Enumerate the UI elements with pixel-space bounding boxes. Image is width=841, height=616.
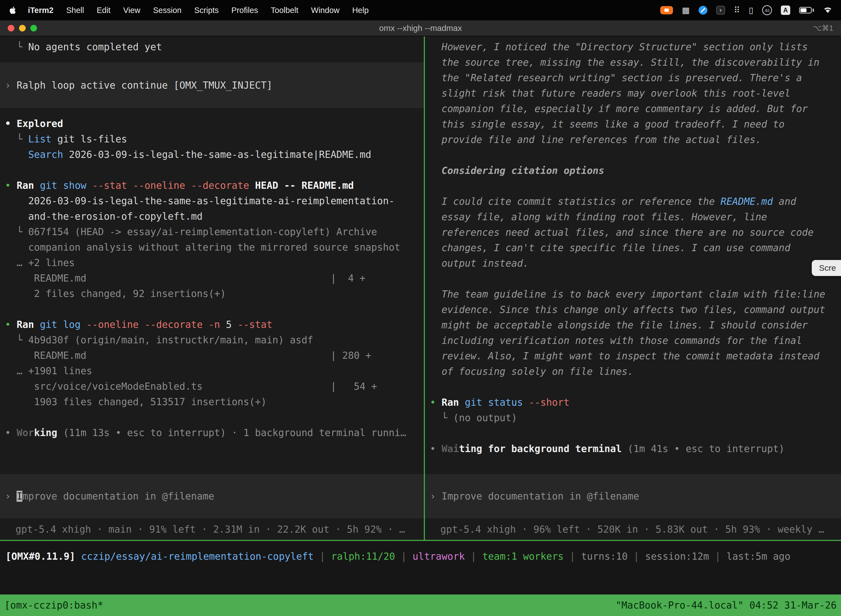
separator: | <box>465 551 482 562</box>
git-command: git show <box>40 180 92 191</box>
menu-help[interactable]: Help <box>346 6 375 15</box>
last-activity: last:5m ago <box>727 551 791 562</box>
screen-overlay-tooltip: Scre <box>812 260 841 276</box>
command-flags: --oneline --decorate -n <box>86 319 226 330</box>
reasoning-line: of focusing solely on file lines. <box>425 364 841 379</box>
command-flags: --stat <box>237 319 273 330</box>
menubar-status-icons: ▦ › ⠿ ▯ .61 A <box>660 5 833 15</box>
reasoning-line: The team guideline is to back every impo… <box>425 286 841 302</box>
turns-count: turns:10 <box>581 551 628 562</box>
right-terminal-pane[interactable]: However, I noticed the "Directory Struct… <box>425 37 841 540</box>
agents-completed-text: No agents completed yet <box>28 41 162 53</box>
separator: | <box>628 551 645 562</box>
output-line: companion analysis without altering the … <box>0 239 424 255</box>
session-duration: session:12m <box>645 551 709 562</box>
waiting-status-line: • Waiting for background terminal (1m 41… <box>425 441 841 456</box>
agents-completed-line: └ No agents completed yet <box>0 39 424 55</box>
reasoning-line: slight risk that future readers may over… <box>425 85 841 101</box>
menu-shell[interactable]: Shell <box>60 6 91 15</box>
output-truncated-line: … +1901 lines <box>0 363 424 378</box>
ran-label: Ran <box>16 319 40 330</box>
waiting-label-lit: ting for background terminal <box>459 443 622 454</box>
ran-label: Ran <box>16 180 40 191</box>
stat-summary-line: 1903 files changed, 513517 insertions(+) <box>0 394 424 409</box>
bullet-icon: • <box>430 443 441 454</box>
window-titlebar: omx --xhigh --madmax ⌥⌘1 <box>0 21 841 37</box>
readme-link[interactable]: README.md <box>721 196 773 207</box>
command-input-line: › Improve documentation in @filename <box>0 488 214 504</box>
bullet-icon: • <box>5 427 16 438</box>
ralph-loop-banner-text: Ralph loop active continue [OMX_TMUX_INJ… <box>16 80 273 91</box>
indent <box>5 149 28 160</box>
command-line-git-status: • Ran git status --short <box>425 395 841 410</box>
iphone-mirroring-icon[interactable]: ▯ <box>749 6 753 14</box>
tmux-status-bar: [omx-cczip0:bash* "MacBook-Pro-44.local"… <box>0 594 841 616</box>
minimize-button[interactable] <box>19 25 26 31</box>
text-cursor: I <box>16 491 22 502</box>
window-controls <box>8 25 37 31</box>
working-detail: (11m 13s • esc to interrupt) · 1 backgro… <box>57 427 406 438</box>
bullet-icon: • <box>5 118 16 129</box>
list-target: git ls-files <box>51 133 127 145</box>
output-line: and-the-erosion-of-copyleft.md <box>0 209 424 224</box>
menu-iterm2[interactable]: iTerm2 <box>22 6 60 15</box>
menu-window[interactable]: Window <box>305 6 346 15</box>
menu-scripts[interactable]: Scripts <box>188 6 225 15</box>
model-status-line: gpt-5.4 xhigh · main · 91% left · 2.31M … <box>0 521 424 538</box>
screen-recording-indicator[interactable] <box>660 6 673 14</box>
output-line: └ 067f154 (HEAD -> essay/ai-reimplementa… <box>0 224 424 239</box>
bullet-icon: • <box>5 319 16 330</box>
app-grid-icon[interactable]: ⠿ <box>734 6 740 14</box>
bullet-icon: • <box>5 180 16 191</box>
left-terminal-pane[interactable]: └ No agents completed yet › Ralph loop a… <box>0 37 424 540</box>
prompt-chevron-icon: › <box>430 491 441 502</box>
menu-edit[interactable]: Edit <box>90 6 117 15</box>
git-command: git status <box>464 397 529 408</box>
waiting-label-dim: Wai <box>441 443 459 454</box>
output-line: └ 4b9d30f (origin/main, instructkr/main,… <box>0 332 424 348</box>
wifi-icon[interactable] <box>823 6 833 15</box>
reasoning-line: However, I noticed the "Directory Struct… <box>425 39 841 55</box>
keyboard-icon[interactable]: ▦ <box>682 6 690 14</box>
battery-percent-badge[interactable]: .61 <box>762 5 772 15</box>
tmux-host-clock: "MacBook-Pro-44.local" 04:52 31-Mar-26 <box>615 600 837 611</box>
menu-view[interactable]: View <box>117 6 147 15</box>
safari-icon[interactable] <box>699 6 708 15</box>
reasoning-line: this single essay, it seems like a good … <box>425 116 841 132</box>
menu-toolbelt[interactable]: Toolbelt <box>264 6 305 15</box>
terminal-app-icon[interactable]: › <box>716 6 725 15</box>
command-line-git-log: • Ran git log --oneline --decorate -n 5 … <box>0 317 424 332</box>
stat-line: README.md | 280 + <box>0 348 424 363</box>
reasoning-line: references need actual files, and since … <box>425 224 841 240</box>
reasoning-line: changes, I can't cite specific file line… <box>425 240 841 255</box>
output-truncated-line: … +2 lines <box>0 255 424 270</box>
search-verb: Search <box>28 149 63 160</box>
list-verb: List <box>28 133 51 145</box>
input-source-icon[interactable]: A <box>781 6 790 15</box>
zoom-button[interactable] <box>30 25 37 31</box>
ran-label: Ran <box>441 397 464 408</box>
reasoning-line: I could cite commit statistics or refere… <box>425 194 841 209</box>
command-line-git-show: • Ran git show --stat --oneline --decora… <box>0 178 424 193</box>
apple-logo-icon[interactable] <box>8 6 17 15</box>
reasoning-line: provide file and line references from th… <box>425 132 841 147</box>
terminal-panes: └ No agents completed yet › Ralph loop a… <box>0 37 841 541</box>
tmux-session-window-label: [omx-cczip0:bash* <box>4 600 103 611</box>
explored-title: Explored <box>16 118 63 129</box>
menu-profiles[interactable]: Profiles <box>225 6 265 15</box>
battery-icon[interactable] <box>799 7 814 13</box>
search-target: 2026-03-09-is-legal-the-same-as-legitima… <box>63 149 371 160</box>
separator: | <box>709 551 727 562</box>
stat-line: README.md | 4 + <box>0 270 424 286</box>
stat-line: src/voice/voiceModeEnabled.ts | 54 + <box>0 378 424 394</box>
close-button[interactable] <box>8 25 14 31</box>
ralph-progress: ralph:11/20 <box>331 551 395 562</box>
ralph-loop-banner-line: › Ralph loop active continue [OMX_TMUX_I… <box>0 78 273 93</box>
command-input[interactable]: › Improve documentation in @filename <box>0 474 424 518</box>
command-input[interactable]: › Improve documentation in @filename <box>425 474 841 518</box>
menu-session[interactable]: Session <box>147 6 188 15</box>
tree-branch-glyph: └ <box>5 41 28 53</box>
omx-worktree-path: cczip/essay/ai-reimplementation-copyleft <box>81 551 314 562</box>
command-target: HEAD -- README.md <box>255 180 354 191</box>
reasoning-line: evidence. Since this change only affects… <box>425 302 841 317</box>
